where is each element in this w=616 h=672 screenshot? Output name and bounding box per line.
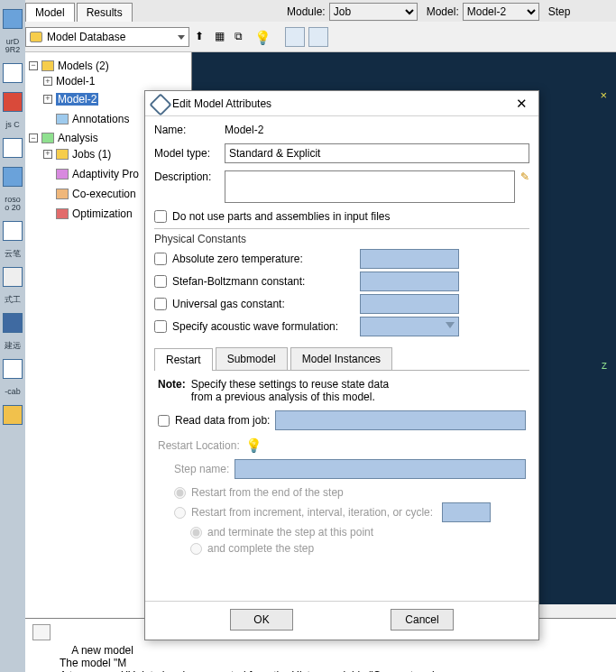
desktop-icon[interactable] xyxy=(3,221,23,241)
tree-annotations[interactable]: Annotations xyxy=(72,113,129,125)
ok-button[interactable]: OK xyxy=(230,609,293,631)
acoustic-select[interactable] xyxy=(360,317,459,336)
nav-up-icon[interactable]: ⬆ xyxy=(195,30,209,44)
adaptivity-icon xyxy=(56,169,69,180)
dialog-titlebar: Edit Model Attributes ✕ xyxy=(145,91,538,116)
tab-results[interactable]: Results xyxy=(77,3,133,22)
read-job-label: Read data from job: xyxy=(175,414,270,427)
message-pin-icon[interactable] xyxy=(32,624,51,640)
model-type-input[interactable] xyxy=(225,143,529,163)
physical-constants-legend: Physical Constants xyxy=(154,233,529,245)
chevron-down-icon xyxy=(446,322,455,331)
restart-end-label: Restart from the end of the step xyxy=(191,486,344,499)
filter-icon[interactable]: ▦ xyxy=(215,30,229,44)
desktop-icon[interactable] xyxy=(3,63,23,83)
restart-tab-page: Note: Specify these settings to reuse st… xyxy=(154,371,529,566)
gas-constant-input[interactable] xyxy=(360,294,459,314)
panel-tabs: Model Results xyxy=(25,0,134,22)
desktop-icon-label: 式工 xyxy=(5,296,21,304)
restart-increment-radio xyxy=(174,507,186,519)
axis-marker-y: × xyxy=(600,88,607,102)
note-label: Note: xyxy=(158,378,186,403)
analysis-icon xyxy=(41,133,54,143)
name-value: Model-2 xyxy=(225,124,263,136)
restart-increment-label: Restart from increment, interval, iterat… xyxy=(191,506,433,519)
expand-icon[interactable]: + xyxy=(43,95,52,104)
tree-model1[interactable]: Model-1 xyxy=(56,75,95,87)
description-label: Description: xyxy=(154,170,225,183)
expand-icon[interactable]: − xyxy=(29,61,38,70)
desktop-icon[interactable] xyxy=(3,9,23,29)
abs-zero-checkbox[interactable] xyxy=(154,253,167,265)
tree-models[interactable]: Models (2) xyxy=(58,60,109,72)
desktop-icon-label: js C xyxy=(5,121,20,129)
tree-model2-selected[interactable]: Model-2 xyxy=(56,93,98,106)
tab-submodel[interactable]: Submodel xyxy=(216,347,288,370)
model-label: Model: xyxy=(427,5,459,18)
model-type-label: Model type: xyxy=(154,147,225,160)
tab-model[interactable]: Model xyxy=(25,3,75,22)
close-icon[interactable]: ✕ xyxy=(512,94,531,114)
message-line: The model "M xyxy=(60,657,126,669)
stefan-boltzmann-checkbox[interactable] xyxy=(154,275,167,288)
edit-pencil-icon[interactable]: ✎ xyxy=(520,170,529,183)
desktop-icon[interactable] xyxy=(3,359,23,379)
expand-icon[interactable]: + xyxy=(43,150,52,159)
restart-end-radio xyxy=(174,487,186,499)
coexec-icon xyxy=(56,189,69,199)
model-select[interactable]: Model-2 xyxy=(463,3,539,21)
no-parts-label: Do not use parts and assemblies in input… xyxy=(172,210,390,223)
read-job-checkbox[interactable] xyxy=(158,415,170,427)
step-name-input xyxy=(234,459,526,479)
lightbulb-icon: 💡 xyxy=(245,437,262,454)
jobs-icon xyxy=(56,149,69,160)
expand-icon[interactable]: − xyxy=(29,133,38,143)
acoustic-checkbox[interactable] xyxy=(154,320,167,333)
annotations-icon xyxy=(56,114,69,124)
step-name-label: Step name: xyxy=(174,463,229,475)
desktop-icon[interactable] xyxy=(3,167,23,187)
tab-model-instances[interactable]: Model Instances xyxy=(290,347,392,370)
note-text: from a previous analysis of this model. xyxy=(191,391,389,403)
database-icon xyxy=(30,32,42,42)
axis-marker-z: z xyxy=(602,359,607,372)
module-label: Module: xyxy=(287,5,326,18)
note-text: Specify these settings to reuse state da… xyxy=(191,378,389,391)
desktop-icon[interactable] xyxy=(3,92,23,112)
desktop-icon[interactable] xyxy=(3,267,23,287)
desktop-icon[interactable] xyxy=(3,313,23,333)
restart-location-label: Restart Location: xyxy=(158,439,240,452)
tree-coexec[interactable]: Co-execution xyxy=(72,188,136,200)
expand-icon[interactable]: + xyxy=(43,77,52,86)
db-toolbar: Model Database ⬆ ▦ ⧉ 💡 xyxy=(25,22,616,52)
tree-analysis[interactable]: Analysis xyxy=(58,132,98,144)
stefan-boltzmann-input[interactable] xyxy=(360,272,459,291)
gas-constant-checkbox[interactable] xyxy=(154,298,167,310)
dialog-buttons: OK Cancel xyxy=(145,601,538,640)
no-parts-checkbox[interactable] xyxy=(154,210,167,223)
desktop-icon[interactable] xyxy=(3,138,23,158)
tree-adaptivity[interactable]: Adaptivity Pro xyxy=(72,168,139,180)
dialog-inner-tabs: Restart Submodel Model Instances xyxy=(154,347,529,371)
copy-icon[interactable]: ⧉ xyxy=(234,30,249,44)
job-toolbar xyxy=(285,27,328,47)
abs-zero-input[interactable] xyxy=(360,249,459,269)
desktop-icon[interactable] xyxy=(3,405,23,425)
database-combo[interactable]: Model Database xyxy=(25,27,189,47)
tree-toolbar-icons: ⬆ ▦ ⧉ 💡 xyxy=(195,30,269,44)
gas-constant-label: Universal gas constant: xyxy=(172,298,360,310)
description-input[interactable] xyxy=(225,170,515,203)
desktop-icon-label: 建远 xyxy=(5,342,21,350)
dialog-title: Edit Model Attributes xyxy=(172,97,512,110)
job-manager-icon[interactable] xyxy=(285,27,305,47)
terminate-radio xyxy=(190,527,202,539)
cancel-button[interactable]: Cancel xyxy=(391,609,454,631)
module-select[interactable]: Job xyxy=(329,3,418,21)
job-monitor-icon[interactable] xyxy=(308,27,328,47)
tree-jobs[interactable]: Jobs (1) xyxy=(72,148,111,161)
tab-restart[interactable]: Restart xyxy=(154,348,213,371)
tree-optimization[interactable]: Optimization xyxy=(72,207,133,220)
edit-model-attributes-dialog: Edit Model Attributes ✕ Name: Model-2 Mo… xyxy=(144,90,539,640)
read-job-input[interactable] xyxy=(275,410,526,430)
lightbulb-icon[interactable]: 💡 xyxy=(254,30,269,44)
